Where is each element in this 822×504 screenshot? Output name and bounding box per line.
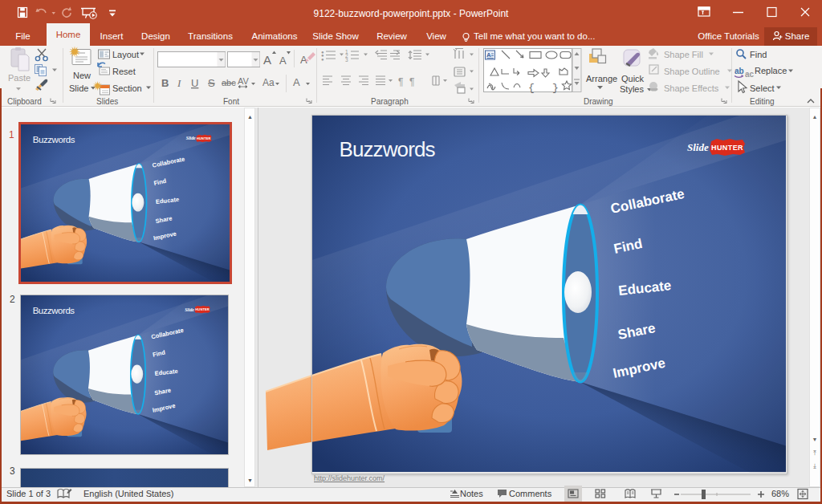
svg-text:Styles: Styles — [620, 84, 644, 94]
svg-text:New: New — [73, 71, 91, 80]
svg-text:Paragraph: Paragraph — [371, 97, 409, 106]
svg-text:●: ● — [321, 57, 324, 62]
svg-text:Aa: Aa — [262, 77, 275, 88]
svg-text:Clipboard: Clipboard — [7, 97, 42, 106]
svg-text:¶: ¶ — [398, 76, 403, 87]
svg-text:A: A — [486, 51, 491, 59]
svg-text:Layout: Layout — [112, 50, 139, 59]
svg-text:abc: abc — [222, 78, 236, 87]
svg-text:Shape Fill: Shape Fill — [664, 50, 703, 59]
svg-text:ab: ab — [735, 67, 744, 75]
svg-text:B: B — [161, 77, 169, 89]
svg-text:I: I — [177, 77, 181, 89]
svg-text:Find: Find — [750, 50, 767, 59]
svg-text:S: S — [208, 77, 215, 89]
svg-text:Drawing: Drawing — [584, 97, 613, 106]
svg-text:ac: ac — [745, 70, 755, 79]
svg-text:Shape Outline: Shape Outline — [664, 67, 720, 76]
svg-text:Section: Section — [112, 83, 142, 93]
svg-text:A: A — [279, 55, 287, 67]
svg-text:}: } — [552, 82, 559, 94]
svg-text:Slides: Slides — [96, 97, 118, 106]
svg-text:Slide: Slide — [69, 83, 88, 93]
svg-text:A: A — [263, 53, 271, 67]
svg-text:Quick: Quick — [621, 74, 645, 83]
svg-text:3: 3 — [345, 57, 348, 63]
svg-text:Font: Font — [223, 97, 239, 106]
svg-text:U: U — [191, 77, 198, 89]
svg-text:Reset: Reset — [112, 67, 136, 76]
svg-text:{: { — [528, 82, 535, 94]
svg-text:A: A — [293, 76, 300, 88]
svg-text:Paste: Paste — [8, 73, 31, 83]
svg-text:AV: AV — [238, 76, 250, 86]
svg-text:Select: Select — [750, 83, 775, 93]
svg-text:Shape Effects: Shape Effects — [664, 83, 719, 93]
svg-text:Replace: Replace — [755, 66, 787, 75]
svg-text:¶: ¶ — [409, 76, 414, 87]
svg-text:Editing: Editing — [750, 97, 775, 106]
svg-text:Arrange: Arrange — [586, 74, 617, 83]
